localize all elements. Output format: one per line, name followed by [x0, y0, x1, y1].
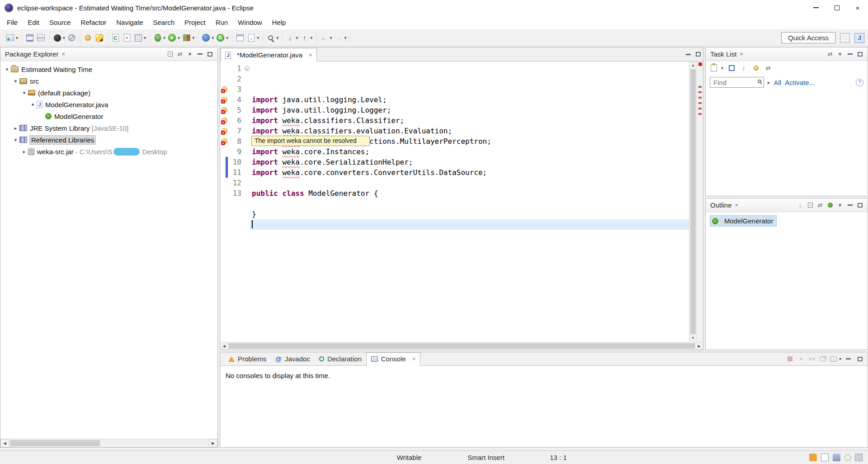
java-perspective-icon[interactable] — [854, 33, 864, 43]
overview-ruler[interactable] — [697, 62, 703, 342]
scroll-right-icon[interactable]: ▶ — [209, 439, 217, 447]
menu-edit[interactable]: Edit — [23, 16, 44, 28]
tree-item[interactable]: ▸JRE System Library [JavaSE-10] — [0, 122, 217, 134]
code-area[interactable]: The import weka cannot be resolved impor… — [250, 62, 689, 342]
progress-icon[interactable] — [855, 454, 863, 461]
terminate-icon[interactable] — [786, 355, 795, 364]
link-with-editor-icon[interactable]: ⇄ — [764, 64, 772, 72]
menu-project[interactable]: Project — [179, 16, 211, 28]
expander-icon[interactable]: ▸ — [12, 125, 19, 131]
expander-icon[interactable]: ▾ — [29, 102, 37, 108]
code-line[interactable]: import weka.core.SerializationHelper; — [250, 157, 689, 167]
scheduled-icon[interactable]: ↕ — [740, 64, 748, 72]
menu-search[interactable]: Search — [148, 16, 179, 28]
editor-hscrollbar[interactable]: ◀ ▶ — [220, 342, 703, 350]
find-input[interactable] — [710, 77, 764, 88]
forward-icon[interactable] — [334, 33, 343, 43]
tree-item[interactable]: ▾src — [0, 75, 217, 87]
heap-status-icon[interactable] — [844, 455, 851, 461]
code-line[interactable]: public class ModelGenerator { — [250, 188, 689, 199]
error-marker-icon[interactable] — [221, 86, 227, 93]
dropdown-arrow-icon[interactable]: ▾ — [344, 35, 346, 40]
dropdown-arrow-icon[interactable]: ▾ — [226, 35, 228, 40]
help-icon[interactable]: ? — [856, 79, 863, 86]
dropdown-arrow-icon[interactable]: ▾ — [310, 35, 312, 40]
scrollbar-thumb[interactable] — [690, 69, 696, 334]
tree-item[interactable]: ▾Referenced Libraries — [0, 134, 217, 146]
table-icon[interactable] — [235, 33, 245, 43]
collapse-fold-icon[interactable] — [245, 66, 250, 71]
close-icon[interactable]: × — [309, 52, 312, 58]
filter-all-link[interactable]: All — [774, 79, 782, 86]
menu-refactor[interactable]: Refactor — [76, 16, 112, 28]
sync-tasks-icon[interactable]: ⇄ — [825, 49, 835, 59]
dropdown-arrow-icon[interactable]: ▾ — [212, 35, 214, 40]
code-line[interactable] — [250, 199, 689, 209]
menu-source[interactable]: Source — [44, 16, 76, 28]
dropdown-arrow-icon[interactable]: ▾ — [257, 35, 259, 40]
sort-icon[interactable]: ↓ — [795, 200, 805, 210]
run-icon[interactable] — [167, 33, 177, 43]
error-marker-icon[interactable] — [221, 118, 227, 124]
package-explorer-hscrollbar[interactable]: ◀ ▶ — [0, 439, 217, 447]
code-line[interactable] — [250, 178, 689, 188]
close-window-button[interactable]: × — [847, 0, 868, 15]
minimize-icon[interactable] — [843, 354, 853, 364]
tab-declaration[interactable]: Declaration — [315, 353, 366, 365]
error-marker-icon[interactable] — [221, 97, 227, 103]
debug-last-icon[interactable] — [52, 33, 62, 43]
new-class-icon[interactable] — [111, 33, 120, 43]
error-marker-icon[interactable] — [221, 107, 227, 114]
code-line[interactable]: import weka.classifiers.Classifier; — [250, 115, 689, 126]
remove-all-launches-icon[interactable]: ×× — [807, 355, 816, 364]
new-task-icon[interactable] — [710, 64, 718, 72]
dropdown-arrow-icon[interactable]: ▾ — [178, 35, 180, 40]
code-line[interactable]: import weka.core.Instances; — [250, 147, 689, 157]
menu-window[interactable]: Window — [233, 16, 267, 28]
maximize-icon[interactable] — [205, 49, 215, 59]
sync-icon[interactable] — [821, 454, 829, 461]
hide-static-members-icon[interactable]: ⇄ — [815, 200, 825, 210]
quick-access-button[interactable]: Quick Access — [781, 32, 835, 43]
scrollbar-thumb[interactable] — [228, 343, 695, 349]
minimize-icon[interactable] — [195, 49, 205, 59]
tree-item[interactable]: ▸weka-src.jar - C:\Users\SDesktop — [0, 146, 217, 157]
tree-item[interactable]: ▾Estimated Waiting Time — [0, 63, 217, 75]
expander-icon[interactable]: ▾ — [12, 78, 19, 84]
maximize-icon[interactable] — [855, 354, 865, 364]
scroll-left-icon[interactable]: ◀ — [0, 439, 9, 447]
scroll-right-icon[interactable]: ▶ — [695, 342, 703, 350]
scrollbar-thumb[interactable] — [10, 440, 100, 446]
tab-javadoc[interactable]: Javadoc — [271, 353, 315, 365]
error-marker-icon[interactable] — [221, 138, 227, 145]
code-line[interactable]: } — [250, 209, 689, 219]
new-wizard-icon[interactable] — [5, 33, 15, 43]
dropdown-arrow-icon[interactable]: ▾ — [296, 35, 298, 40]
new-package-icon[interactable] — [122, 33, 132, 43]
maximize-window-button[interactable] — [826, 0, 847, 15]
expander-icon[interactable]: ▸ — [20, 149, 28, 155]
minimize-icon[interactable] — [845, 49, 855, 59]
scroll-up-icon[interactable]: ▲ — [689, 62, 697, 69]
collapse-all-icon[interactable] — [165, 49, 175, 59]
error-marker-icon[interactable] — [221, 128, 227, 134]
background-jobs-icon[interactable] — [833, 454, 840, 461]
save-icon[interactable] — [25, 33, 34, 43]
menu-help[interactable]: Help — [267, 16, 291, 28]
dropdown-arrow-icon[interactable]: ▾ — [16, 35, 18, 40]
view-menu-icon[interactable]: ▾ — [835, 200, 845, 210]
tree-item[interactable]: ▾ModelGenerator.java — [0, 99, 217, 110]
remove-launch-icon[interactable]: × — [797, 355, 806, 364]
editor-vscrollbar[interactable]: ▲ ▼ — [689, 62, 697, 342]
coverage-icon[interactable] — [182, 33, 191, 43]
focus-on-workweek-icon[interactable] — [752, 64, 760, 72]
open-type-icon[interactable] — [133, 33, 143, 43]
code-line[interactable] — [250, 219, 689, 230]
clear-console-icon[interactable] — [818, 355, 827, 364]
view-menu-icon[interactable]: ▾ — [835, 49, 845, 59]
menu-file[interactable]: File — [2, 16, 23, 28]
dropdown-arrow-icon[interactable]: ▾ — [144, 35, 146, 40]
tab-modelgenerator-java[interactable]: *ModelGenerator.java × — [221, 48, 317, 62]
expander-icon[interactable]: ▾ — [20, 90, 28, 96]
tree-item[interactable]: ModelGenerator — [0, 110, 217, 122]
